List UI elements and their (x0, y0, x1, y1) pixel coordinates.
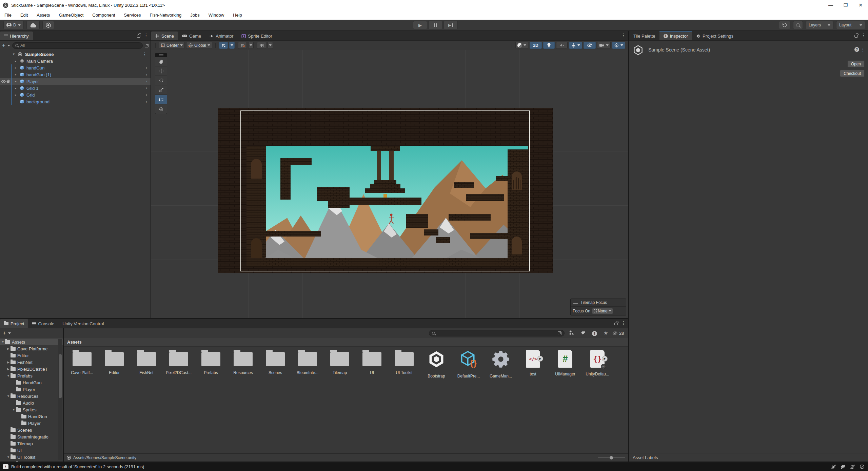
kebab-menu-icon[interactable]: ⋮ (621, 321, 626, 325)
asset-tile-script[interactable]: </> ▶ test (517, 347, 549, 385)
play-button[interactable]: ▶ (413, 21, 427, 29)
tree-item[interactable]: Tilemap (0, 440, 63, 447)
tab-sprite-editor[interactable]: Sprite Editor (237, 32, 276, 40)
tab-game[interactable]: Game (178, 32, 205, 40)
focus-on-dropdown[interactable]: None (592, 308, 613, 314)
asset-tile[interactable]: Scenes (260, 347, 291, 385)
hierarchy-row[interactable]: ▸ handGun (1) › (0, 71, 151, 78)
visibility-eye-icon[interactable] (1, 79, 6, 84)
scene-viewport[interactable]: Tilemap Focus Focus On None (151, 50, 628, 319)
tree-item[interactable]: HandGun (0, 413, 63, 420)
tab-animator[interactable]: Animator (205, 32, 237, 40)
menu-item-gameobject[interactable]: GameObject (54, 13, 88, 18)
scene-lighting-toggle[interactable] (543, 42, 555, 49)
lock-icon[interactable] (137, 35, 140, 38)
checkout-button[interactable]: Checkout (840, 70, 865, 77)
create-button[interactable]: + (2, 42, 5, 49)
cloud-button[interactable] (26, 21, 40, 29)
minimize-button[interactable]: — (823, 0, 838, 10)
tab-tile-palette[interactable]: Tile Palette (629, 32, 659, 40)
debugger-disabled-icon[interactable] (830, 464, 837, 470)
background-tasks-icon[interactable] (859, 464, 865, 470)
asset-tile[interactable]: UI Toolkit (389, 347, 420, 385)
step-button[interactable]: ▶ (443, 21, 458, 29)
lock-icon[interactable] (614, 323, 618, 325)
project-search-input[interactable] (429, 330, 565, 336)
expand-subassets-icon[interactable]: ▶ (602, 356, 608, 362)
panel-splitter[interactable] (628, 31, 629, 462)
menu-item-jobs[interactable]: Jobs (186, 13, 204, 18)
tree-item[interactable]: UI (0, 447, 63, 454)
menu-item-file[interactable]: File (0, 13, 16, 18)
foldout-icon[interactable]: ▸ (15, 93, 17, 97)
tree-item[interactable]: ▶Pixel2DCastleT (0, 366, 63, 372)
tree-item[interactable]: ▼Sprites (0, 406, 63, 413)
prefab-open-chevron[interactable]: › (146, 79, 147, 84)
filter-by-type-button[interactable] (569, 330, 574, 336)
asset-tile[interactable]: Tilemap (324, 347, 355, 385)
asset-tile-gear[interactable]: GameMan... (485, 347, 516, 385)
grid-snap-dropdown[interactable] (229, 42, 235, 49)
status-message[interactable]: Build completed with a result of 'Succee… (11, 464, 144, 469)
tree-item[interactable]: HandGun (0, 379, 63, 386)
slider-thumb[interactable] (610, 456, 613, 459)
gizmos-dropdown[interactable] (612, 42, 625, 49)
restore-button[interactable]: ❐ (838, 0, 853, 10)
prefab-open-chevron[interactable]: › (146, 93, 147, 97)
foldout-icon[interactable]: ▸ (15, 59, 17, 63)
asset-tile-scene[interactable]: Bootstrap (421, 347, 452, 385)
tree-scrollbar[interactable] (58, 339, 62, 460)
tab-inspector[interactable]: i Inspector (659, 32, 692, 40)
kebab-menu-icon[interactable]: ⋮ (144, 33, 149, 38)
services-hub-button[interactable] (42, 21, 54, 29)
foldout-icon[interactable]: ▸ (15, 66, 17, 69)
tab-project-settings[interactable]: Project Settings (692, 32, 737, 40)
help-icon[interactable]: ? (854, 47, 859, 52)
search-picker-icon[interactable] (145, 44, 149, 47)
tree-item-assets[interactable]: ▼Assets (0, 339, 63, 345)
hierarchy-row-scene[interactable]: ▼ SampleScene ⋮ (0, 51, 151, 58)
tree-item[interactable]: Scenes (0, 427, 63, 433)
create-dropdown-icon[interactable] (7, 45, 10, 46)
hidden-objects-toggle[interactable] (584, 42, 596, 49)
snap-increment-button[interactable] (257, 42, 266, 49)
transform-tool-button[interactable] (155, 104, 167, 114)
hierarchy-row[interactable]: background › (0, 98, 151, 105)
create-button[interactable]: + (3, 330, 6, 336)
2d-mode-toggle[interactable]: 2D (530, 42, 542, 49)
pause-button[interactable] (428, 21, 442, 29)
foldout-icon[interactable]: ▸ (15, 86, 17, 90)
hierarchy-search-input[interactable]: All (12, 42, 143, 49)
close-button[interactable]: ✕ (853, 0, 868, 10)
menu-item-fish-networking[interactable]: Fish-Networking (145, 13, 186, 18)
asset-tile[interactable]: SteamInte... (292, 347, 323, 385)
panel-splitter[interactable] (0, 318, 628, 319)
menu-item-component[interactable]: Component (88, 13, 119, 18)
tree-item[interactable]: Audio (0, 400, 63, 406)
audio-toggle[interactable] (556, 42, 568, 49)
menu-item-services[interactable]: Services (120, 13, 145, 18)
prefab-open-chevron[interactable]: › (146, 65, 147, 70)
asset-tile[interactable]: Prefabs (195, 347, 226, 385)
account-button[interactable]: D (3, 21, 24, 29)
asset-tile[interactable]: Cave Platf... (66, 347, 98, 385)
camera-settings-dropdown[interactable] (597, 42, 611, 49)
undo-history-button[interactable] (779, 21, 790, 29)
zoom-slider[interactable] (598, 455, 625, 460)
asset-tile-json[interactable]: {} ▶ − UnityDefau... (582, 347, 613, 385)
expand-subassets-icon[interactable]: ▶ (537, 356, 543, 362)
prefab-open-chevron[interactable]: › (146, 99, 147, 104)
tree-item[interactable]: ▼Prefabs (0, 372, 63, 379)
hierarchy-row[interactable]: ▸ Grid 1 › (0, 85, 151, 91)
asset-tile-csharp[interactable]: # UIManager (550, 347, 581, 385)
effects-toggle[interactable] (569, 42, 582, 49)
menu-item-window[interactable]: Window (204, 13, 229, 18)
recently-changed-button[interactable]: ! (592, 330, 597, 336)
foldout-icon[interactable]: ▼ (12, 53, 15, 56)
lock-icon[interactable] (854, 35, 858, 38)
collab-disabled-icon[interactable] (840, 464, 846, 470)
tab-hierarchy[interactable]: Hierarchy (0, 32, 33, 40)
menu-item-assets[interactable]: Assets (32, 13, 54, 18)
hierarchy-row[interactable]: ▸ Main Camera (0, 58, 151, 64)
tool-orientation-dropdown[interactable]: Global (186, 42, 212, 49)
